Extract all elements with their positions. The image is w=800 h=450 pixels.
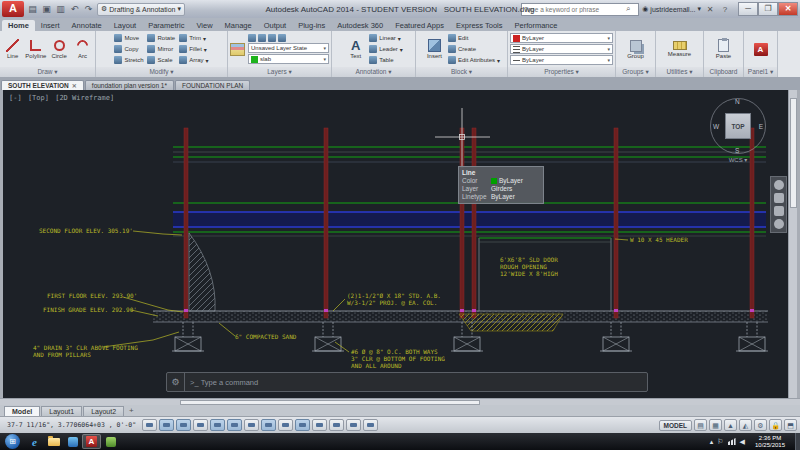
scale-tool[interactable]: Scale bbox=[147, 55, 175, 65]
toggle-ortho[interactable] bbox=[193, 419, 208, 431]
mirror-tool[interactable]: Mirror bbox=[147, 44, 175, 54]
tab-output[interactable]: Output bbox=[258, 20, 293, 31]
insert-block-tool[interactable]: Insert bbox=[423, 39, 446, 59]
panel-title-groups[interactable]: Groups ▾ bbox=[616, 67, 655, 77]
panel-title-utilities[interactable]: Utilities ▾ bbox=[656, 67, 703, 77]
ucs-dropdown[interactable]: WCS ▾ bbox=[707, 156, 769, 163]
panel-title-block[interactable]: Block ▾ bbox=[416, 67, 507, 77]
plot-icon[interactable]: ▥ bbox=[54, 3, 67, 16]
toggle-polar-tracking[interactable] bbox=[210, 419, 225, 431]
search-icon[interactable]: ⌕ bbox=[622, 4, 634, 14]
visual-style-control[interactable]: [2D Wireframe] bbox=[55, 94, 114, 102]
panel-title-properties[interactable]: Properties ▾ bbox=[508, 67, 615, 77]
model-space-viewport[interactable]: [-] [Top] [2D Wireframe] SECOND FLOOR EL… bbox=[0, 90, 800, 398]
layer-freeze-icon[interactable] bbox=[268, 34, 276, 42]
tab-parametric[interactable]: Parametric bbox=[142, 20, 190, 31]
workspace-switching-icon[interactable]: ⚙ bbox=[754, 419, 767, 431]
copy-tool[interactable]: Copy bbox=[114, 44, 143, 54]
panel-title-clipboard[interactable]: Clipboard bbox=[704, 67, 743, 77]
action-center-flag-icon[interactable]: ⚐ bbox=[717, 438, 723, 446]
tab-performance[interactable]: Performance bbox=[509, 20, 564, 31]
rotate-tool[interactable]: Rotate bbox=[147, 33, 175, 43]
command-input[interactable]: Type a command bbox=[201, 378, 259, 387]
polyline-tool[interactable]: Polyline bbox=[25, 39, 46, 59]
help-icon[interactable]: ? bbox=[719, 5, 731, 14]
tab-autodesk360[interactable]: Autodesk 360 bbox=[331, 20, 389, 31]
viewcube-south[interactable]: S bbox=[735, 147, 739, 154]
text-tool[interactable]: AText bbox=[344, 39, 367, 59]
network-icon[interactable] bbox=[728, 438, 736, 445]
drawing-tab-foundation-plan-v1[interactable]: foundation plan version 1* bbox=[85, 80, 174, 90]
linetype-dropdown[interactable]: ByLayer▾ bbox=[510, 55, 613, 65]
tab-layout[interactable]: Layout bbox=[108, 20, 143, 31]
tab-insert[interactable]: Insert bbox=[35, 20, 66, 31]
open-icon[interactable]: ▤ bbox=[26, 3, 39, 16]
command-line-customize-icon[interactable]: ⚙ bbox=[167, 373, 185, 391]
quick-view-drawings-icon[interactable]: ▦ bbox=[709, 419, 722, 431]
toolbar-lock-icon[interactable]: 🔒 bbox=[769, 419, 782, 431]
viewport-menu-control[interactable]: [-] bbox=[9, 94, 22, 102]
vertical-scrollbar[interactable] bbox=[788, 90, 797, 398]
model-space-button[interactable]: MODEL bbox=[659, 420, 692, 431]
panel-title-panel1[interactable]: Panel1 ▾ bbox=[744, 67, 777, 77]
current-layer-dropdown[interactable]: slab▾ bbox=[248, 54, 329, 64]
panel-title-layers[interactable]: Layers ▾ bbox=[228, 67, 331, 77]
viewcube-compass[interactable]: N S W E TOP bbox=[710, 98, 766, 154]
exchange-apps-icon[interactable]: ✕ bbox=[704, 5, 716, 14]
taskbar-clock[interactable]: 2:36 PM 10/25/2015 bbox=[749, 435, 791, 449]
new-layout-icon[interactable]: + bbox=[125, 406, 138, 415]
infocenter-search[interactable]: ⌕ bbox=[521, 3, 639, 16]
leader-tool[interactable]: Leader ▾ bbox=[369, 44, 403, 54]
tab-layout2[interactable]: Layout2 bbox=[83, 406, 124, 416]
toggle-object-snap-tracking[interactable] bbox=[261, 419, 276, 431]
show-desktop-button[interactable] bbox=[795, 433, 800, 450]
line-tool[interactable]: Line bbox=[2, 39, 23, 59]
array-tool[interactable]: Array ▾ bbox=[179, 55, 208, 65]
panel1-icon[interactable]: A bbox=[754, 43, 768, 56]
redo-icon[interactable]: ↷ bbox=[82, 3, 95, 16]
close-tab-icon[interactable]: ✕ bbox=[72, 83, 77, 89]
viewcube-east[interactable]: E bbox=[759, 123, 763, 130]
command-line[interactable]: ⚙ >_ Type a command bbox=[166, 372, 648, 392]
vertical-scrollbar-thumb[interactable] bbox=[790, 98, 797, 208]
viewcube-top-face[interactable]: TOP bbox=[725, 113, 751, 139]
fillet-tool[interactable]: Fillet ▾ bbox=[179, 44, 208, 54]
tab-home[interactable]: Home bbox=[2, 20, 35, 31]
block-edit-tool[interactable]: Edit bbox=[448, 33, 500, 43]
zoom-extents-icon[interactable] bbox=[774, 206, 784, 216]
minimize-button[interactable]: ─ bbox=[738, 2, 758, 16]
paste-tool[interactable]: Paste bbox=[712, 39, 735, 59]
layer-off-icon[interactable] bbox=[248, 34, 256, 42]
view-control[interactable]: [Top] bbox=[28, 94, 49, 102]
layer-lock-icon[interactable] bbox=[278, 34, 286, 42]
start-button[interactable]: ⊞ bbox=[5, 434, 20, 449]
annotation-visibility-icon[interactable]: ◭ bbox=[739, 419, 752, 431]
panel-title-draw[interactable]: Draw ▾ bbox=[0, 67, 95, 77]
toggle-grid[interactable] bbox=[176, 419, 191, 431]
close-button[interactable]: ✕ bbox=[778, 2, 798, 16]
drawing-tab-south-elevation[interactable]: SOUTH ELEVATION✕ bbox=[1, 80, 84, 90]
viewcube[interactable]: N S W E TOP WCS ▾ bbox=[707, 98, 769, 174]
orbit-icon[interactable] bbox=[774, 219, 784, 229]
toggle-dynamic-ucs[interactable] bbox=[278, 419, 293, 431]
toggle-selection-cycling[interactable] bbox=[363, 419, 378, 431]
group-tool[interactable]: Group bbox=[624, 40, 647, 59]
viewcube-west[interactable]: W bbox=[713, 123, 719, 130]
annotation-scale-icon[interactable]: ▲ bbox=[724, 419, 737, 431]
tray-expand-icon[interactable]: ▴ bbox=[710, 438, 714, 446]
edit-attributes-tool[interactable]: Edit Attributes ▾ bbox=[448, 55, 500, 65]
lineweight-dropdown[interactable]: ByLayer▾ bbox=[510, 44, 613, 54]
taskbar-media-player-icon[interactable] bbox=[63, 434, 82, 449]
toggle-snap[interactable] bbox=[159, 419, 174, 431]
save-icon[interactable]: ▣ bbox=[40, 3, 53, 16]
toggle-infer-constraints[interactable] bbox=[142, 419, 157, 431]
search-input[interactable] bbox=[522, 6, 622, 13]
restore-button[interactable]: ❐ bbox=[758, 2, 778, 16]
viewcube-north[interactable]: N bbox=[735, 98, 740, 105]
coordinate-readout[interactable]: 37-7 11/16", 3.7706064+03 , 0'-0" bbox=[3, 420, 140, 430]
undo-icon[interactable]: ↶ bbox=[68, 3, 81, 16]
trim-tool[interactable]: Trim ▾ bbox=[179, 33, 208, 43]
clean-screen-icon[interactable]: ⬒ bbox=[784, 419, 797, 431]
tab-view[interactable]: View bbox=[190, 20, 218, 31]
pan-icon[interactable] bbox=[774, 193, 784, 203]
